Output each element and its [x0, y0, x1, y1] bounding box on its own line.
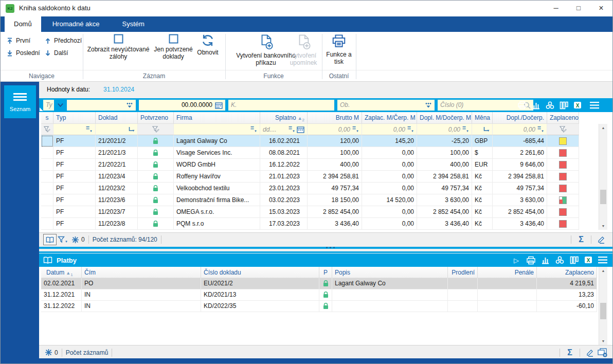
minimize-button[interactable]: ─: [545, 1, 567, 16]
scroll-down-icon[interactable]: ▼: [599, 337, 607, 345]
col-header-firma[interactable]: Firma: [174, 112, 260, 124]
scrollbar-thumb[interactable]: [600, 190, 606, 204]
col-header-datum[interactable]: Datum▲1: [41, 267, 82, 278]
row-selector-cell[interactable]: [41, 206, 53, 218]
col-header-popis[interactable]: Popis: [332, 267, 448, 278]
equals-filter-icon[interactable]: =▼: [289, 125, 295, 134]
col-header-doklad[interactable]: Doklad: [96, 112, 138, 124]
filter-type-input[interactable]: Ty: [43, 100, 54, 111]
nav-first-button[interactable]: První: [7, 37, 30, 44]
col-header-splatno[interactable]: Splatno▲2: [260, 112, 308, 124]
nav-previous-button[interactable]: Předchozí: [45, 37, 82, 44]
processes-button[interactable]: [554, 254, 565, 266]
show-unbilled-advances-toggle[interactable]: Zobrazit nevyúčtované zálohy: [84, 34, 152, 60]
functions-print-button[interactable]: Funkce a tisk: [323, 34, 354, 65]
col-header-typ[interactable]: Typ: [53, 112, 96, 124]
vertical-scrollbar[interactable]: ▲ ▼: [599, 267, 607, 345]
row-selector-cell[interactable]: [41, 159, 53, 171]
filter-cell-firma[interactable]: =▼: [174, 124, 260, 135]
tab-domu[interactable]: Domů: [5, 16, 41, 32]
chart-button[interactable]: [530, 100, 542, 111]
filter-date-input[interactable]: 00.00.0000: [139, 100, 225, 111]
book-view-button[interactable]: [43, 234, 57, 245]
col-header-brutto[interactable]: Brutto M: [308, 112, 362, 124]
col-header-zaplac[interactable]: Zaplac. M/Čerp. M: [362, 112, 417, 124]
col-header-potvrzeno[interactable]: Potvrzeno: [138, 112, 174, 124]
row-selector-cell[interactable]: [41, 135, 53, 147]
maximize-button[interactable]: □: [567, 1, 590, 16]
sum-button[interactable]: Σ: [564, 347, 576, 358]
panel-splitter[interactable]: [39, 246, 612, 253]
close-button[interactable]: ×: [590, 1, 612, 16]
tab-hromadne-akce[interactable]: Hromadné akce: [41, 16, 111, 32]
sidebar-item-seznam[interactable]: Seznam: [4, 85, 36, 118]
vertical-scrollbar[interactable]: ▲ ▼: [599, 124, 607, 230]
equals-filter-icon[interactable]: =▼: [250, 125, 257, 134]
col-header-cislo-dokladu[interactable]: Číslo dokladu: [201, 267, 319, 278]
chart-button[interactable]: [539, 254, 551, 266]
filter-cell-s[interactable]: [41, 124, 53, 135]
print-button[interactable]: [516, 100, 528, 111]
col-header-p[interactable]: P: [319, 267, 332, 278]
col-header-s[interactable]: s: [41, 112, 53, 124]
payment-row[interactable]: 02.02.2021 PO EU/2021/2 Lagant Galway Co…: [41, 278, 612, 289]
calendar-icon[interactable]: [297, 126, 304, 133]
table-row[interactable]: PF 21/2021/2 Lagant Galway Co 16.02.2021…: [41, 135, 612, 147]
filter-menu-button[interactable]: ▼: [57, 234, 69, 245]
equals-filter-icon[interactable]: =▼: [86, 125, 93, 134]
columns-button[interactable]: [558, 100, 569, 111]
equals-filter-icon[interactable]: =▼: [407, 125, 414, 134]
filter-cell-dopl[interactable]: 0,00=▼: [493, 124, 547, 135]
edit-button[interactable]: [584, 347, 596, 358]
sum-button[interactable]: Σ: [575, 234, 587, 245]
new-window-button[interactable]: [596, 347, 608, 358]
col-header-dopl-m[interactable]: Dopl. M/Dočerp. M: [417, 112, 472, 124]
filter-cell-zaplac[interactable]: 0,00=▼: [362, 124, 417, 135]
nav-last-button[interactable]: Poslední: [7, 49, 40, 57]
values-date-value[interactable]: 31.10.2024: [103, 86, 134, 93]
calendar-icon[interactable]: [215, 102, 223, 109]
filter-cell-brutto[interactable]: 0,00=▼: [308, 124, 362, 135]
table-row[interactable]: PF 11/2023/2 Velkoobchod textilu 23.01.2…: [41, 183, 612, 194]
row-selector-cell[interactable]: [41, 218, 53, 230]
columns-button[interactable]: [568, 254, 580, 266]
table-row[interactable]: PF 21/2022/1 WORD GmbH 16.12.2022 400,00…: [41, 159, 612, 171]
grid-menu-button[interactable]: [597, 254, 608, 266]
equals-filter-icon[interactable]: =▼: [462, 125, 469, 134]
excel-export-button[interactable]: X: [583, 254, 594, 266]
nav-next-button[interactable]: Další: [45, 49, 68, 57]
equals-filter-icon[interactable]: =▼: [352, 125, 359, 134]
filter-cell-splatno[interactable]: dd....=▼: [260, 124, 308, 135]
filter-cell-dopl-m[interactable]: 0,00=▼: [417, 124, 472, 135]
frozen-rows-icon[interactable]: [42, 347, 55, 358]
corner-arrow-icon[interactable]: [483, 126, 490, 133]
tab-system[interactable]: Systém: [111, 16, 155, 32]
row-selector-cell[interactable]: [41, 183, 53, 194]
filter-ob-input[interactable]: Ob.: [337, 100, 435, 111]
excel-export-button[interactable]: X: [572, 100, 583, 111]
lookup-dots-icon[interactable]: [425, 102, 432, 108]
row-selector-cell[interactable]: [41, 171, 53, 183]
table-row[interactable]: PF 11/2023/7 OMEGA s.r.o. 15.03.2023 2 8…: [41, 206, 612, 218]
print-button[interactable]: [525, 254, 536, 266]
lookup-dots-icon[interactable]: [126, 102, 133, 108]
grid-menu-button[interactable]: [589, 100, 600, 111]
table-row[interactable]: PF 11/2023/8 PQM s.r.o 17.03.2023 3 436,…: [41, 218, 612, 230]
col-header-zaplaceno[interactable]: Zaplaceno: [537, 267, 597, 278]
processes-button[interactable]: [544, 100, 555, 111]
payment-row[interactable]: 31.12.2022 IN KD/2022/35 -60,10: [41, 301, 612, 312]
filter-lookup-input[interactable]: [67, 100, 136, 111]
scroll-down-icon[interactable]: ▼: [599, 222, 607, 230]
refresh-button[interactable]: Obnovit: [193, 34, 223, 56]
scroll-up-icon[interactable]: ▲: [599, 124, 607, 132]
filter-cell-doklad[interactable]: [96, 124, 138, 135]
col-header-prodleni[interactable]: Prodlení: [448, 267, 478, 278]
scroll-up-icon[interactable]: ▲: [599, 267, 607, 275]
col-header-mena[interactable]: Měna: [472, 112, 493, 124]
row-selector-cell[interactable]: [41, 194, 53, 206]
filter-cell-zaplaceno[interactable]: [547, 124, 579, 135]
only-confirmed-docs-toggle[interactable]: Jen potvrzené doklady: [154, 34, 193, 60]
col-header-cim[interactable]: Čím: [82, 267, 201, 278]
row-selector-cell[interactable]: [41, 147, 53, 159]
corner-arrow-icon[interactable]: [128, 126, 135, 133]
